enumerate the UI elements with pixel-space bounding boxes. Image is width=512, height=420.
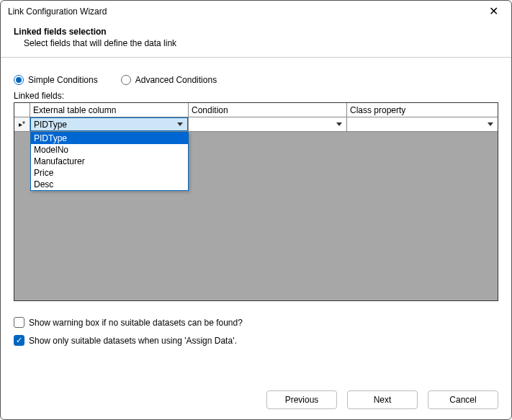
dialog-window: Link Configuration Wizard ✕ Linked field…: [0, 0, 512, 420]
linked-fields-grid: External table column Condition Class pr…: [14, 102, 498, 301]
wizard-body: Simple Conditions Advanced Conditions Li…: [1, 58, 511, 301]
window-title: Link Configuration Wizard: [8, 6, 107, 17]
cell-condition[interactable]: [189, 117, 347, 131]
checkbox-label: Show only suitable datasets when using '…: [29, 336, 237, 346]
radio-label: Simple Conditions: [28, 75, 98, 85]
radio-simple-conditions[interactable]: Simple Conditions: [14, 75, 98, 85]
condition-mode-radios: Simple Conditions Advanced Conditions: [14, 75, 498, 85]
dropdown-item-pidtype[interactable]: PIDType: [31, 133, 188, 144]
options-checkboxes: Show warning box if no suitable datasets…: [1, 301, 511, 346]
dropdown-item-price[interactable]: Price: [31, 167, 188, 179]
external-column-dropdown[interactable]: PIDType ModelNo Manufacturer Price Desc: [30, 132, 189, 191]
cell-class-property[interactable]: [347, 117, 498, 131]
previous-button[interactable]: Previous: [266, 390, 337, 409]
checkbox-icon: [14, 317, 24, 328]
external-column-combo[interactable]: PIDType: [30, 117, 188, 131]
radio-advanced-conditions[interactable]: Advanced Conditions: [121, 75, 217, 85]
page-subtitle: Select fields that will define the data …: [14, 38, 498, 48]
dropdown-item-manufacturer[interactable]: Manufacturer: [31, 156, 188, 167]
row-indicator-icon[interactable]: ▸*: [14, 117, 30, 131]
checkbox-label: Show warning box if no suitable datasets…: [29, 318, 243, 328]
page-title: Linked fields selection: [14, 27, 498, 37]
linked-fields-label: Linked fields:: [14, 91, 498, 101]
wizard-header: Linked fields selection Select fields th…: [1, 22, 511, 58]
column-header-condition[interactable]: Condition: [189, 103, 347, 117]
radio-icon: [14, 75, 24, 85]
dropdown-item-modelno[interactable]: ModelNo: [31, 144, 188, 156]
cell-external-column[interactable]: PIDType: [30, 117, 189, 131]
radio-icon: [121, 75, 131, 85]
titlebar: Link Configuration Wizard ✕: [1, 1, 511, 22]
checkbox-show-warning[interactable]: Show warning box if no suitable datasets…: [14, 317, 498, 328]
condition-combo[interactable]: [189, 117, 346, 131]
table-row: ▸* PIDType: [14, 117, 498, 132]
column-header-external[interactable]: External table column: [30, 103, 189, 117]
close-icon[interactable]: ✕: [483, 3, 504, 20]
column-header-class-property[interactable]: Class property: [347, 103, 498, 117]
checkbox-show-suitable[interactable]: ✓ Show only suitable datasets when using…: [14, 335, 498, 346]
radio-label: Advanced Conditions: [135, 75, 217, 85]
check-icon: ✓: [16, 336, 22, 344]
chevron-down-icon: [336, 122, 342, 126]
class-property-combo[interactable]: [347, 117, 498, 131]
next-button[interactable]: Next: [347, 390, 418, 409]
chevron-down-icon: [177, 122, 183, 126]
checkbox-icon: ✓: [14, 335, 24, 346]
grid-header-row: External table column Condition Class pr…: [14, 103, 498, 117]
row-selector-header: [14, 103, 30, 117]
combo-value: PIDType: [34, 120, 67, 130]
dropdown-item-desc[interactable]: Desc: [31, 179, 188, 190]
cancel-button[interactable]: Cancel: [428, 390, 498, 409]
chevron-down-icon: [488, 122, 493, 126]
wizard-footer: Previous Next Cancel: [1, 380, 511, 419]
